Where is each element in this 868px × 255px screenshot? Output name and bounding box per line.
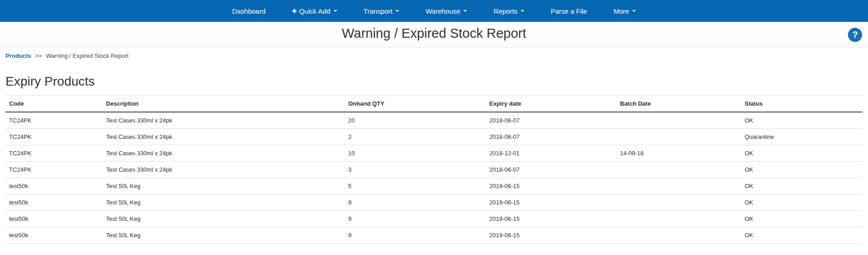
help-icon[interactable]: ? xyxy=(848,28,862,42)
page-header: Warning / Expired Stock Report ? xyxy=(0,22,868,47)
cell-batch-date xyxy=(616,227,741,244)
cell-code: test50k xyxy=(5,194,102,211)
cell-code: TC24PK xyxy=(5,145,102,162)
cell-code: test50k xyxy=(5,178,102,194)
nav-item-label: Dashboard xyxy=(232,7,265,15)
cell-expiry-date: 2018-12-01 xyxy=(486,145,616,162)
caret-down-icon xyxy=(334,10,337,12)
nav-item-label: Reports xyxy=(493,7,518,15)
cell-onhand-qty: 5 xyxy=(345,178,486,194)
nav-item-label: Parse a File xyxy=(551,7,587,15)
cell-description: Test Cases 330ml x 24pk xyxy=(102,112,345,129)
column-header-batch-date: Batch Date xyxy=(616,96,741,112)
cell-description: Test 50L Keg xyxy=(102,227,345,244)
cell-expiry-date: 2018-06-07 xyxy=(486,112,616,129)
table-row: TC24PK Test Cases 330ml x 24pk 10 2018-1… xyxy=(5,145,863,162)
cell-status: Quarantine xyxy=(741,129,863,145)
table-row: test50k Test 50L Keg 9 2019-06-15 OK xyxy=(5,194,863,211)
cell-code: test50k xyxy=(5,227,102,244)
column-header-expiry-date: Expiry date xyxy=(486,96,616,112)
nav-item-dashboard[interactable]: Dashboard xyxy=(225,0,273,22)
nav-item-transport[interactable]: Transport xyxy=(356,0,407,22)
cell-code: test50k xyxy=(5,211,102,227)
question-mark-glyph: ? xyxy=(852,30,858,40)
page-title: Warning / Expired Stock Report xyxy=(0,22,868,41)
cell-onhand-qty: 10 xyxy=(345,145,486,162)
cell-batch-date xyxy=(616,178,741,194)
caret-down-icon xyxy=(521,10,524,12)
breadcrumb-separator: >> xyxy=(35,52,42,59)
caret-down-icon xyxy=(463,10,467,12)
cell-status: OK xyxy=(741,178,863,194)
top-navbar: Dashboard ✚ Quick Add Transport Warehous… xyxy=(0,0,868,22)
cell-status: OK xyxy=(741,211,863,227)
breadcrumb-current: Warning / Expired Stock Report xyxy=(46,52,129,59)
nav-item-warehouse[interactable]: Warehouse xyxy=(418,0,474,22)
cell-status: OK xyxy=(741,227,863,244)
nav-item-label: Transport xyxy=(364,7,393,15)
cell-status: OK xyxy=(741,194,863,211)
section-title: Expiry Products xyxy=(5,74,863,89)
cell-onhand-qty: 2 xyxy=(345,129,486,145)
cell-status: OK xyxy=(741,112,863,129)
cell-batch-date xyxy=(616,112,741,129)
table-row: test50k Test 50L Keg 5 2019-06-15 OK xyxy=(5,178,863,194)
cell-expiry-date: 2019-06-15 xyxy=(486,194,616,211)
nav-item-reports[interactable]: Reports xyxy=(486,0,532,22)
nav-item-quick-add[interactable]: ✚ Quick Add xyxy=(284,0,344,22)
cell-description: Test 50L Keg xyxy=(102,178,345,194)
breadcrumb-link-products[interactable]: Products xyxy=(5,52,31,59)
cell-expiry-date: 2018-06-07 xyxy=(486,129,616,145)
cell-batch-date xyxy=(616,162,741,178)
cell-onhand-qty: 20 xyxy=(345,112,486,129)
cell-expiry-date: 2019-06-15 xyxy=(486,227,616,244)
nav-item-parse-a-file[interactable]: Parse a File xyxy=(543,0,594,22)
expiry-products-table: Code Description Onhand QTY Expiry date … xyxy=(5,95,863,244)
cell-expiry-date: 2019-06-15 xyxy=(486,211,616,227)
cell-onhand-qty: 3 xyxy=(345,162,486,178)
cell-onhand-qty: 9 xyxy=(345,211,486,227)
breadcrumb: Products >> Warning / Expired Stock Repo… xyxy=(5,52,863,59)
caret-down-icon xyxy=(632,10,636,12)
nav-item-more[interactable]: More xyxy=(606,0,643,22)
cell-description: Test Cases 330ml x 24pk xyxy=(102,145,345,162)
nav-item-label: Warehouse xyxy=(426,7,460,15)
cell-batch-date: 14-09-18 xyxy=(616,145,741,162)
cell-batch-date xyxy=(616,129,741,145)
cell-onhand-qty: 9 xyxy=(345,194,486,211)
cell-status: OK xyxy=(741,145,863,162)
column-header-code: Code xyxy=(5,96,102,112)
table-row: TC24PK Test Cases 330ml x 24pk 3 2018-06… xyxy=(5,162,863,178)
cell-description: Test Cases 330ml x 24pk xyxy=(102,129,345,145)
main-content: Expiry Products Code Description Onhand … xyxy=(0,74,868,244)
cell-expiry-date: 2019-06-15 xyxy=(486,178,616,194)
table-header-row: Code Description Onhand QTY Expiry date … xyxy=(5,96,863,112)
cell-status: OK xyxy=(741,162,863,178)
table-row: test50k Test 50L Keg 9 2019-06-15 OK xyxy=(5,211,863,227)
cell-description: Test Cases 330ml x 24pk xyxy=(102,162,345,178)
column-header-onhand-qty: Onhand QTY xyxy=(345,96,486,112)
cell-batch-date xyxy=(616,194,741,211)
cell-code: TC24PK xyxy=(5,129,102,145)
column-header-status: Status xyxy=(741,96,863,112)
table-row: test50k Test 50L Keg 9 2019-06-15 OK xyxy=(5,227,863,244)
cell-code: TC24PK xyxy=(5,112,102,129)
table-row: TC24PK Test Cases 330ml x 24pk 2 2018-06… xyxy=(5,129,863,145)
plus-icon: ✚ xyxy=(292,8,297,14)
caret-down-icon xyxy=(396,10,399,12)
cell-batch-date xyxy=(616,211,741,227)
cell-code: TC24PK xyxy=(5,162,102,178)
nav-item-label: Quick Add xyxy=(299,7,330,15)
table-row: TC24PK Test Cases 330ml x 24pk 20 2018-0… xyxy=(5,112,863,129)
column-header-description: Description xyxy=(102,96,345,112)
cell-description: Test 50L Keg xyxy=(102,194,345,211)
cell-onhand-qty: 9 xyxy=(345,227,486,244)
nav-item-label: More xyxy=(614,7,629,15)
cell-description: Test 50L Keg xyxy=(102,211,345,227)
cell-expiry-date: 2018-06-07 xyxy=(486,162,616,178)
